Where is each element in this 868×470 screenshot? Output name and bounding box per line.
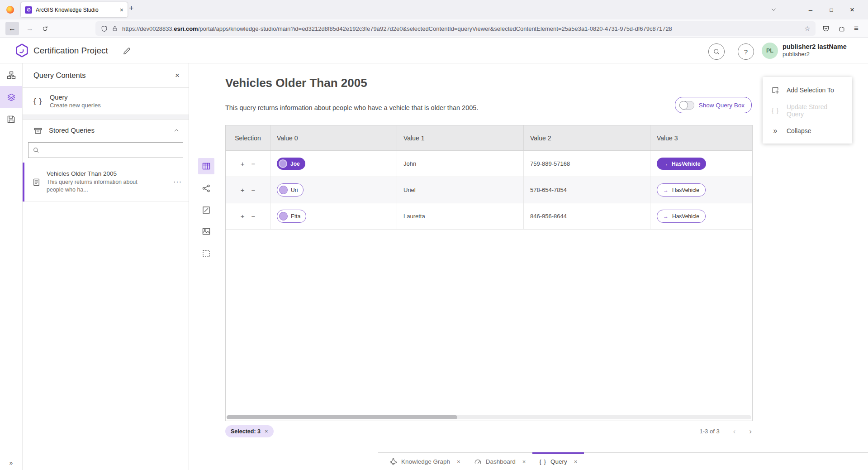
window-controls: – □ ×	[771, 0, 863, 19]
pocket-icon[interactable]	[822, 25, 830, 32]
contents-layers-icon[interactable]	[0, 86, 22, 108]
next-page-icon[interactable]: ›	[749, 427, 752, 436]
selection-marquee-icon[interactable]	[198, 245, 214, 262]
help-button[interactable]: ?	[738, 43, 754, 60]
save-floppy-icon[interactable]	[0, 108, 22, 130]
new-tab-button[interactable]: +	[129, 4, 134, 12]
knowledge-studio-logo-icon[interactable]	[14, 43, 29, 58]
entity-label: Joe	[290, 161, 300, 167]
firefox-logo-icon[interactable]	[6, 6, 14, 14]
url-text[interactable]: https://dev0028833.esri.com/portal/apps/…	[122, 25, 800, 32]
stored-queries-header[interactable]: Stored Queries	[23, 120, 189, 141]
edit-pencil-icon[interactable]	[123, 47, 131, 55]
table-view-icon[interactable]	[198, 158, 214, 174]
bottom-tab-bar: Knowledge Graph × Dashboard × { } Query …	[378, 452, 868, 470]
bookmark-star-icon[interactable]: ☆	[804, 25, 810, 32]
relationship-pill[interactable]: →HasVehicle	[657, 210, 706, 223]
collapse-chevron-up-icon[interactable]	[173, 127, 180, 134]
expand-rail-icon[interactable]: »	[0, 459, 22, 466]
data-model-sitemap-icon[interactable]	[0, 64, 22, 86]
image-view-icon[interactable]	[198, 223, 214, 240]
avatar[interactable]: PL	[762, 43, 778, 59]
item-options-ellipsis-icon[interactable]: ···	[173, 178, 182, 186]
stored-queries-search[interactable]	[28, 142, 183, 158]
add-to-selection-icon[interactable]: +	[241, 160, 245, 168]
add-to-selection-icon[interactable]: +	[241, 186, 245, 194]
query-item-sublabel: Create new queries	[50, 102, 101, 109]
column-header-value2: Value 2	[524, 125, 650, 150]
relationship-label: HasVehicle	[672, 213, 699, 220]
tab-close-icon[interactable]: ×	[457, 458, 460, 465]
tab-close-icon[interactable]: ×	[522, 458, 526, 465]
selected-count-chip[interactable]: Selected: 3 ×	[225, 425, 274, 437]
table-footer: Selected: 3 × 1-3 of 3 ‹ ›	[225, 425, 752, 437]
tab-knowledge-graph[interactable]: Knowledge Graph ×	[383, 453, 467, 470]
page-title: Vehicles Older Than 2005	[225, 76, 367, 90]
relationship-cell: →HasVehicle	[650, 203, 752, 229]
search-input[interactable]	[43, 146, 179, 154]
stored-query-doc-icon	[32, 178, 41, 187]
search-button[interactable]	[708, 43, 725, 60]
browser-tab-strip: ArcGIS Knowledge Studio × + – □ ×	[0, 0, 868, 19]
relationship-label: HasVehicle	[672, 187, 699, 193]
tab-close-icon[interactable]: ×	[120, 6, 123, 14]
braces-icon: { }	[33, 97, 42, 106]
url-domain: esri.com	[174, 25, 198, 32]
remove-from-selection-icon[interactable]: −	[251, 186, 256, 194]
selected-count-label: Selected: 3	[231, 428, 261, 435]
list-all-tabs-icon[interactable]	[771, 7, 777, 13]
reload-button[interactable]	[42, 25, 48, 32]
menu-item-collapse[interactable]: » Collapse	[763, 120, 852, 141]
previous-page-icon[interactable]: ‹	[733, 427, 736, 436]
tab-query[interactable]: { } Query ×	[532, 453, 584, 470]
lock-icon[interactable]	[112, 25, 118, 32]
tab-label: Query	[550, 458, 567, 465]
user-menu[interactable]: publisher2 lastName publisher2	[783, 43, 847, 58]
value-cell: 578-654-7854	[524, 177, 650, 203]
relationship-cell: →HasVehicle	[650, 151, 752, 177]
entity-pill[interactable]: Joe	[277, 158, 305, 170]
menu-hamburger-icon[interactable]: ≡	[854, 24, 859, 33]
entity-dot-icon	[279, 159, 287, 168]
remove-from-selection-icon[interactable]: −	[251, 160, 256, 168]
window-minimize-button[interactable]: –	[800, 6, 821, 14]
tab-dashboard[interactable]: Dashboard ×	[467, 453, 533, 470]
clear-selection-icon[interactable]: ×	[265, 428, 268, 435]
horizontal-scrollbar[interactable]	[227, 415, 751, 419]
entity-pill[interactable]: Etta	[277, 210, 306, 223]
sketch-view-icon[interactable]	[198, 202, 214, 218]
browser-tab[interactable]: ArcGIS Knowledge Studio ×	[21, 2, 128, 17]
back-button[interactable]: ←	[5, 22, 19, 35]
menu-item-update-stored-query[interactable]: { } Update Stored Query	[763, 100, 852, 120]
toggle-switch[interactable]	[679, 101, 694, 110]
browser-tab-title: ArcGIS Knowledge Studio	[36, 7, 116, 13]
relationship-pill[interactable]: →HasVehicle	[657, 183, 706, 197]
tab-close-icon[interactable]: ×	[574, 458, 578, 465]
remove-from-selection-icon[interactable]: −	[251, 212, 256, 220]
screen: ArcGIS Knowledge Studio × + – □ × ← → ht…	[0, 0, 868, 470]
show-query-box-toggle[interactable]: Show Query Box	[675, 97, 752, 113]
window-close-button[interactable]: ×	[842, 5, 863, 14]
selection-cell: +−	[226, 203, 270, 229]
scrollbar-thumb[interactable]	[227, 415, 457, 419]
new-query-item[interactable]: { } Query Create new queries	[23, 88, 189, 115]
stored-query-item[interactable]: Vehicles Older Than 2005 This query retu…	[23, 163, 189, 202]
entity-pill[interactable]: Uri	[277, 183, 304, 197]
tracking-shield-icon[interactable]	[101, 25, 108, 32]
entity-cell: Joe	[270, 151, 397, 177]
project-title: Certification Project	[33, 46, 108, 56]
braces-icon: { }	[539, 458, 546, 465]
url-bar[interactable]: https://dev0028833.esri.com/portal/apps/…	[95, 21, 816, 36]
link-chart-view-icon[interactable]	[198, 180, 214, 197]
value-cell: 759-889-57168	[524, 151, 650, 177]
menu-item-add-selection-to[interactable]: Add Selection To	[763, 80, 852, 100]
window-maximize-button[interactable]: □	[821, 7, 842, 13]
column-header-value3: Value 3	[650, 125, 752, 150]
panel-close-icon[interactable]: ×	[175, 71, 180, 80]
forward-button[interactable]: →	[24, 24, 36, 33]
tab-label: Dashboard	[486, 458, 516, 465]
relationship-pill[interactable]: →HasVehicle	[657, 158, 706, 170]
panel-header: Query Contents ×	[23, 63, 189, 88]
add-to-selection-icon[interactable]: +	[241, 212, 245, 220]
extensions-puzzle-icon[interactable]	[838, 25, 845, 32]
